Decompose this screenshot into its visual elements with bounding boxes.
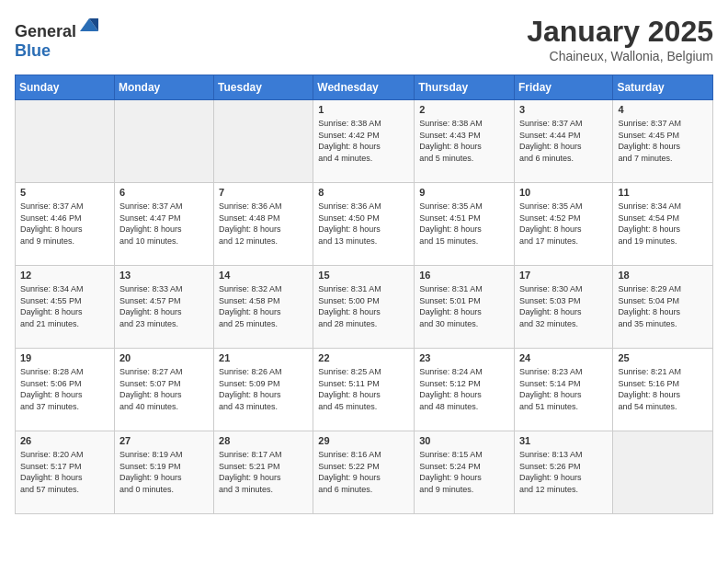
weekday-header-sunday: Sunday <box>16 75 115 100</box>
calendar-cell <box>16 100 115 183</box>
month-title: January 2025 <box>527 15 713 49</box>
day-info: Sunrise: 8:32 AM Sunset: 4:58 PM Dayligh… <box>219 283 308 329</box>
calendar-cell: 15Sunrise: 8:31 AM Sunset: 5:00 PM Dayli… <box>313 266 415 349</box>
day-number: 14 <box>219 270 308 281</box>
title-block: January 2025 Chaineux, Wallonia, Belgium <box>527 15 713 63</box>
calendar-cell: 23Sunrise: 8:24 AM Sunset: 5:12 PM Dayli… <box>415 349 515 431</box>
calendar-cell: 7Sunrise: 8:36 AM Sunset: 4:48 PM Daylig… <box>214 183 313 266</box>
day-info: Sunrise: 8:29 AM Sunset: 5:04 PM Dayligh… <box>618 283 708 329</box>
day-number: 24 <box>519 352 608 363</box>
day-info: Sunrise: 8:28 AM Sunset: 5:06 PM Dayligh… <box>20 366 109 412</box>
calendar-cell: 17Sunrise: 8:30 AM Sunset: 5:03 PM Dayli… <box>514 266 612 349</box>
logo-icon <box>78 15 100 37</box>
calendar-cell: 9Sunrise: 8:35 AM Sunset: 4:51 PM Daylig… <box>415 183 515 266</box>
calendar-week-1: 5Sunrise: 8:37 AM Sunset: 4:46 PM Daylig… <box>16 183 713 266</box>
day-number: 8 <box>318 187 409 198</box>
calendar-cell: 26Sunrise: 8:20 AM Sunset: 5:17 PM Dayli… <box>16 431 115 514</box>
calendar-cell: 19Sunrise: 8:28 AM Sunset: 5:06 PM Dayli… <box>16 349 115 431</box>
weekday-header-wednesday: Wednesday <box>313 75 415 100</box>
day-number: 31 <box>519 435 608 446</box>
day-info: Sunrise: 8:37 AM Sunset: 4:45 PM Dayligh… <box>618 118 708 164</box>
calendar-cell: 16Sunrise: 8:31 AM Sunset: 5:01 PM Dayli… <box>415 266 515 349</box>
calendar-cell: 30Sunrise: 8:15 AM Sunset: 5:24 PM Dayli… <box>415 431 515 514</box>
day-info: Sunrise: 8:20 AM Sunset: 5:17 PM Dayligh… <box>20 449 109 495</box>
day-number: 3 <box>519 104 608 115</box>
calendar-cell: 18Sunrise: 8:29 AM Sunset: 5:04 PM Dayli… <box>613 266 713 349</box>
day-number: 6 <box>119 187 209 198</box>
day-number: 17 <box>519 270 608 281</box>
day-info: Sunrise: 8:16 AM Sunset: 5:22 PM Dayligh… <box>318 449 409 495</box>
day-info: Sunrise: 8:19 AM Sunset: 5:19 PM Dayligh… <box>119 449 209 495</box>
day-info: Sunrise: 8:24 AM Sunset: 5:12 PM Dayligh… <box>419 366 509 412</box>
day-number: 4 <box>618 104 708 115</box>
day-number: 28 <box>219 435 308 446</box>
weekday-header-friday: Friday <box>514 75 612 100</box>
weekday-header-monday: Monday <box>114 75 213 100</box>
day-info: Sunrise: 8:30 AM Sunset: 5:03 PM Dayligh… <box>519 283 608 329</box>
day-number: 21 <box>219 352 308 363</box>
calendar-cell <box>214 100 313 183</box>
day-info: Sunrise: 8:21 AM Sunset: 5:16 PM Dayligh… <box>618 366 708 412</box>
day-info: Sunrise: 8:25 AM Sunset: 5:11 PM Dayligh… <box>318 366 409 412</box>
day-number: 13 <box>119 270 209 281</box>
day-number: 19 <box>20 352 109 363</box>
calendar-cell: 3Sunrise: 8:37 AM Sunset: 4:44 PM Daylig… <box>514 100 612 183</box>
day-number: 16 <box>419 270 509 281</box>
calendar-cell: 20Sunrise: 8:27 AM Sunset: 5:07 PM Dayli… <box>114 349 213 431</box>
day-info: Sunrise: 8:34 AM Sunset: 4:54 PM Dayligh… <box>618 201 708 247</box>
day-info: Sunrise: 8:15 AM Sunset: 5:24 PM Dayligh… <box>419 449 509 495</box>
calendar-cell: 27Sunrise: 8:19 AM Sunset: 5:19 PM Dayli… <box>114 431 213 514</box>
calendar-cell <box>114 100 213 183</box>
calendar-week-2: 12Sunrise: 8:34 AM Sunset: 4:55 PM Dayli… <box>16 266 713 349</box>
day-info: Sunrise: 8:37 AM Sunset: 4:47 PM Dayligh… <box>119 201 209 247</box>
day-number: 7 <box>219 187 308 198</box>
weekday-header-thursday: Thursday <box>415 75 515 100</box>
day-number: 18 <box>618 270 708 281</box>
day-number: 30 <box>419 435 509 446</box>
calendar-header: SundayMondayTuesdayWednesdayThursdayFrid… <box>16 75 713 100</box>
weekday-header-tuesday: Tuesday <box>214 75 313 100</box>
day-info: Sunrise: 8:33 AM Sunset: 4:57 PM Dayligh… <box>119 283 209 329</box>
day-info: Sunrise: 8:36 AM Sunset: 4:48 PM Dayligh… <box>219 201 308 247</box>
day-number: 20 <box>119 352 209 363</box>
day-info: Sunrise: 8:13 AM Sunset: 5:26 PM Dayligh… <box>519 449 608 495</box>
day-number: 23 <box>419 352 509 363</box>
calendar-cell: 11Sunrise: 8:34 AM Sunset: 4:54 PM Dayli… <box>613 183 713 266</box>
calendar-cell: 10Sunrise: 8:35 AM Sunset: 4:52 PM Dayli… <box>514 183 612 266</box>
calendar-cell: 22Sunrise: 8:25 AM Sunset: 5:11 PM Dayli… <box>313 349 415 431</box>
logo-text: General Blue <box>15 15 100 61</box>
page-header: General Blue January 2025 Chaineux, Wall… <box>15 15 713 63</box>
calendar-cell: 14Sunrise: 8:32 AM Sunset: 4:58 PM Dayli… <box>214 266 313 349</box>
weekday-header-row: SundayMondayTuesdayWednesdayThursdayFrid… <box>16 75 713 100</box>
day-info: Sunrise: 8:27 AM Sunset: 5:07 PM Dayligh… <box>119 366 209 412</box>
day-info: Sunrise: 8:34 AM Sunset: 4:55 PM Dayligh… <box>20 283 109 329</box>
calendar-body: 1Sunrise: 8:38 AM Sunset: 4:42 PM Daylig… <box>16 100 713 514</box>
day-number: 1 <box>318 104 409 115</box>
day-number: 22 <box>318 352 409 363</box>
day-info: Sunrise: 8:26 AM Sunset: 5:09 PM Dayligh… <box>219 366 308 412</box>
day-info: Sunrise: 8:37 AM Sunset: 4:44 PM Dayligh… <box>519 118 608 164</box>
calendar-cell: 12Sunrise: 8:34 AM Sunset: 4:55 PM Dayli… <box>16 266 115 349</box>
day-info: Sunrise: 8:23 AM Sunset: 5:14 PM Dayligh… <box>519 366 608 412</box>
day-info: Sunrise: 8:35 AM Sunset: 4:52 PM Dayligh… <box>519 201 608 247</box>
calendar-week-0: 1Sunrise: 8:38 AM Sunset: 4:42 PM Daylig… <box>16 100 713 183</box>
calendar-cell: 8Sunrise: 8:36 AM Sunset: 4:50 PM Daylig… <box>313 183 415 266</box>
day-number: 10 <box>519 187 608 198</box>
calendar-cell: 29Sunrise: 8:16 AM Sunset: 5:22 PM Dayli… <box>313 431 415 514</box>
weekday-header-saturday: Saturday <box>613 75 713 100</box>
calendar-cell: 31Sunrise: 8:13 AM Sunset: 5:26 PM Dayli… <box>514 431 612 514</box>
day-info: Sunrise: 8:31 AM Sunset: 5:00 PM Dayligh… <box>318 283 409 329</box>
calendar-week-3: 19Sunrise: 8:28 AM Sunset: 5:06 PM Dayli… <box>16 349 713 431</box>
day-info: Sunrise: 8:37 AM Sunset: 4:46 PM Dayligh… <box>20 201 109 247</box>
day-info: Sunrise: 8:17 AM Sunset: 5:21 PM Dayligh… <box>219 449 308 495</box>
calendar-cell <box>613 431 713 514</box>
day-number: 27 <box>119 435 209 446</box>
day-number: 15 <box>318 270 409 281</box>
day-number: 2 <box>419 104 509 115</box>
day-number: 12 <box>20 270 109 281</box>
calendar-cell: 13Sunrise: 8:33 AM Sunset: 4:57 PM Dayli… <box>114 266 213 349</box>
calendar-cell: 1Sunrise: 8:38 AM Sunset: 4:42 PM Daylig… <box>313 100 415 183</box>
calendar-cell: 2Sunrise: 8:38 AM Sunset: 4:43 PM Daylig… <box>415 100 515 183</box>
day-info: Sunrise: 8:36 AM Sunset: 4:50 PM Dayligh… <box>318 201 409 247</box>
calendar-cell: 4Sunrise: 8:37 AM Sunset: 4:45 PM Daylig… <box>613 100 713 183</box>
